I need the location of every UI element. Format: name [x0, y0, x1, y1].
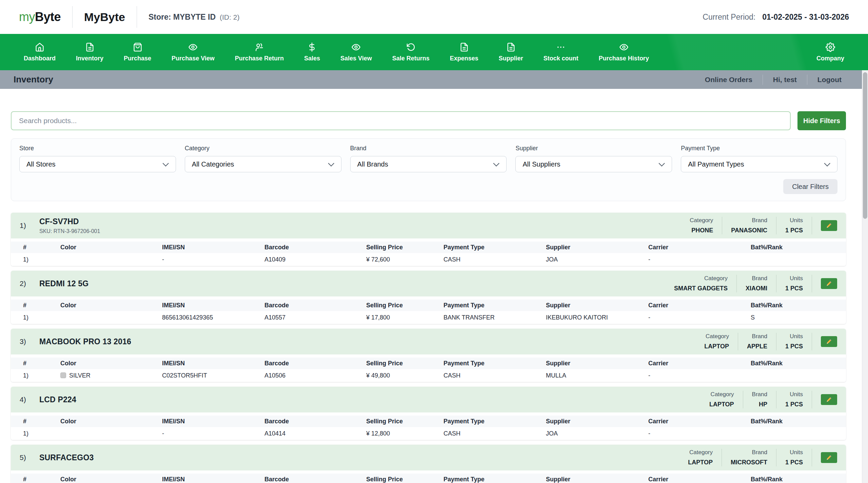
subheader-link-hi-test[interactable]: Hi, test: [763, 76, 807, 84]
cell-supplier: IKEBUKURO KAITORI: [546, 314, 648, 321]
store-info: Store: MYBYTE ID (ID: 2): [149, 13, 239, 22]
category-value: PHONE: [691, 227, 713, 234]
filter-label: Payment Type: [681, 145, 837, 152]
cell-num: 1): [23, 314, 60, 321]
column-header: Bat%/Rank: [751, 244, 846, 251]
category-value: SMART GADGETS: [674, 285, 728, 292]
file-text-icon: [506, 42, 516, 52]
pencil-icon: [826, 338, 832, 345]
product-block: 5) SURFACEGO3 Category LAPTOP Brand MICR…: [11, 445, 846, 483]
scrollbar-thumb[interactable]: [863, 72, 867, 219]
column-header: IMEI/SN: [162, 244, 264, 251]
nav-item-purchase-return[interactable]: Purchase Return: [235, 42, 284, 62]
main-nav: DashboardInventoryPurchasePurchase ViewP…: [0, 34, 868, 70]
nav-item-supplier[interactable]: Supplier: [499, 42, 523, 62]
column-header: Color: [60, 244, 162, 251]
edit-product-button[interactable]: [821, 336, 837, 347]
cell-payment: BANK TRANSFER: [443, 314, 546, 321]
brand-value: XIAOMI: [746, 285, 767, 292]
cell-barcode: A10506: [264, 372, 366, 379]
cell-payment: CASH: [443, 372, 546, 379]
brand-label: Brand: [752, 217, 767, 224]
app-logo[interactable]: myByte: [19, 10, 61, 24]
cell-barcode: A10557: [264, 314, 366, 321]
nav-item-label: Purchase Return: [235, 55, 284, 62]
clear-filters-button[interactable]: Clear Filters: [783, 179, 837, 194]
dollar-icon: [307, 42, 317, 52]
search-input[interactable]: [11, 111, 791, 130]
user-return-icon: [255, 42, 264, 52]
category-label: Category: [689, 449, 713, 456]
brand-label: Brand: [752, 391, 767, 398]
nav-item-label: Sales: [304, 55, 320, 62]
nav-item-label: Inventory: [76, 55, 103, 62]
units-label: Units: [790, 217, 803, 224]
units-value: 1 PCS: [785, 285, 803, 292]
logo-prefix: my: [19, 10, 35, 24]
product-header: 3) MACBOOK PRO 13 2016 Category LAPTOP B…: [11, 329, 846, 354]
nav-item-sales-view[interactable]: Sales View: [340, 42, 372, 62]
nav-item-sale-returns[interactable]: Sale Returns: [392, 42, 430, 62]
product-name: SURFACEGO3: [39, 453, 94, 462]
nav-item-company[interactable]: Company: [816, 42, 844, 62]
column-header: #: [23, 302, 60, 309]
filter-select-brand[interactable]: All Brands: [350, 156, 507, 172]
filter-label: Brand: [350, 145, 507, 152]
nav-item-label: Supplier: [499, 55, 523, 62]
subheader-link-logout[interactable]: Logout: [807, 76, 852, 84]
meta-divider: [812, 333, 812, 350]
product-header: 2) REDMI 12 5G Category SMART GADGETS Br…: [11, 271, 846, 296]
nav-item-sales[interactable]: Sales: [304, 42, 320, 62]
column-header: Selling Price: [366, 418, 443, 425]
nav-item-stock-count[interactable]: Stock count: [544, 42, 578, 62]
content: Hide Filters StoreAll StoresCategoryAll …: [0, 111, 868, 483]
filter-select-category[interactable]: All Categories: [185, 156, 341, 172]
product-block: 1) CF-SV7HD SKU: RTN-3-967206-001 Catego…: [11, 213, 846, 266]
category-value: LAPTOP: [709, 401, 734, 408]
nav-item-expenses[interactable]: Expenses: [450, 42, 478, 62]
chevron-down-icon: [328, 160, 334, 166]
subheader-link-online-orders[interactable]: Online Orders: [695, 76, 763, 84]
product-index: 3): [11, 337, 31, 346]
nav-item-label: Stock count: [544, 55, 578, 62]
cell-imei: -: [162, 256, 264, 263]
hide-filters-button[interactable]: Hide Filters: [797, 111, 846, 130]
product-block: 2) REDMI 12 5G Category SMART GADGETS Br…: [11, 271, 846, 324]
nav-item-purchase[interactable]: Purchase: [124, 42, 151, 62]
product-meta: Category LAPTOP Brand MICROSOFT Units 1 …: [679, 445, 846, 470]
edit-product-button[interactable]: [821, 220, 837, 231]
edit-product-button[interactable]: [821, 278, 837, 289]
product-index: 1): [11, 221, 31, 230]
column-header: Selling Price: [366, 360, 443, 367]
nav-item-inventory[interactable]: Inventory: [76, 42, 103, 62]
pencil-icon: [826, 396, 832, 403]
filter-select-payment-type[interactable]: All Payment Types: [681, 156, 837, 172]
scrollbar-track[interactable]: [862, 70, 868, 483]
filter-label: Category: [185, 145, 341, 152]
product-meta: Category SMART GADGETS Brand XIAOMI Unit…: [665, 271, 846, 296]
column-header: Bat%/Rank: [751, 476, 846, 483]
filter-select-supplier[interactable]: All Suppliers: [515, 156, 672, 172]
cell-bat: S: [751, 314, 846, 321]
nav-item-label: Purchase: [124, 55, 151, 62]
meta-divider: [812, 391, 812, 408]
nav-item-label: Sale Returns: [392, 55, 430, 62]
undo-icon: [406, 42, 416, 52]
brand-value: MICROSOFT: [731, 459, 767, 466]
edit-product-button[interactable]: [821, 452, 837, 463]
filter-selected-value: All Stores: [26, 160, 56, 168]
nav-item-dashboard[interactable]: Dashboard: [24, 42, 56, 62]
product-index: 2): [11, 279, 31, 288]
nav-item-label: Expenses: [450, 55, 478, 62]
units-label: Units: [790, 391, 803, 398]
product-header: 1) CF-SV7HD SKU: RTN-3-967206-001 Catego…: [11, 213, 846, 238]
file-text-icon: [459, 42, 469, 52]
nav-item-purchase-view[interactable]: Purchase View: [172, 42, 215, 62]
column-header: Payment Type: [443, 418, 546, 425]
pencil-icon: [826, 454, 832, 461]
edit-product-button[interactable]: [821, 394, 837, 405]
filter-select-store[interactable]: All Stores: [19, 156, 176, 172]
column-header: #: [23, 244, 60, 251]
nav-item-purchase-history[interactable]: Purchase History: [599, 42, 649, 62]
column-header: Bat%/Rank: [751, 302, 846, 309]
